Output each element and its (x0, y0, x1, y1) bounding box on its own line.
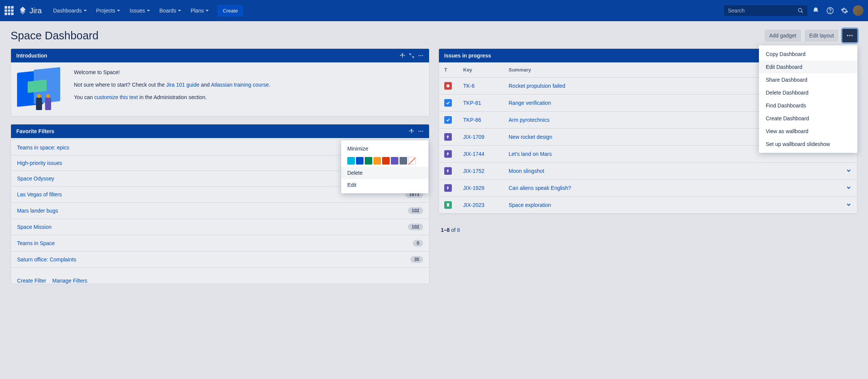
svg-point-11 (422, 131, 423, 132)
more-horizontal-icon (846, 32, 854, 39)
svg-point-3 (847, 35, 848, 36)
dash-menu-item[interactable]: Set up wallboard slideshow (759, 138, 857, 151)
svg-point-7 (420, 55, 422, 56)
create-button[interactable]: Create (217, 5, 243, 17)
svg-point-8 (422, 55, 423, 56)
edit-layout-button[interactable]: Edit layout (805, 30, 838, 42)
issue-key-link[interactable]: JIX-1929 (463, 185, 484, 191)
color-swatch[interactable] (356, 157, 364, 165)
settings-icon[interactable] (838, 5, 851, 17)
menu-delete[interactable]: Delete (341, 167, 428, 179)
nav-dashboards[interactable]: Dashboards (49, 5, 91, 17)
color-swatch[interactable] (382, 157, 390, 165)
gadget-context-menu: Minimize Delete Edit (341, 140, 428, 193)
filter-link[interactable]: Teams in Space (17, 240, 55, 246)
issue-key-link[interactable]: JIX-1709 (463, 134, 484, 140)
issue-summary-link[interactable]: Range verification (509, 100, 551, 106)
issue-key-link[interactable]: TK-6 (463, 83, 475, 89)
dash-menu-item[interactable]: View as wallboard (759, 125, 857, 138)
issue-key-link[interactable]: TKP-81 (463, 100, 481, 106)
dash-menu-item[interactable]: Create Dashboard (759, 112, 857, 125)
filter-link[interactable]: Las Vegas of filters (17, 191, 62, 197)
create-filter-link[interactable]: Create Filter (17, 278, 46, 284)
user-avatar[interactable] (853, 5, 863, 16)
chevron-down-icon (83, 9, 87, 12)
issue-type-bug-icon (444, 82, 452, 90)
status-chevron-icon[interactable] (846, 169, 852, 175)
issue-summary-link[interactable]: Let's land on Mars (509, 151, 552, 157)
color-swatch[interactable] (347, 157, 355, 165)
gadget-header: Favorite Filters Minimize Delete Edit (11, 124, 429, 138)
issue-summary-link[interactable]: Can aliens speak English? (509, 185, 571, 191)
status-chevron-icon[interactable] (846, 186, 852, 192)
manage-filters-link[interactable]: Manage Filters (52, 278, 87, 284)
add-gadget-button[interactable]: Add gadget (765, 30, 801, 42)
issue-summary-link[interactable]: Arm pyrotechnics (509, 117, 550, 123)
issue-summary-link[interactable]: Space exploration (509, 202, 551, 208)
color-swatch[interactable] (373, 157, 381, 165)
filter-link[interactable]: Teams in space: epics (17, 144, 69, 151)
filter-row: Teams in Space0 (11, 235, 429, 252)
brand-text: Jira (30, 6, 42, 15)
page-title: Space Dashboard (11, 30, 98, 42)
move-icon[interactable] (400, 53, 406, 59)
issue-key-link[interactable]: JIX-1752 (463, 168, 484, 174)
customize-link[interactable]: customize this text (94, 94, 138, 100)
filter-count-badge: 102 (408, 224, 423, 230)
nav-projects[interactable]: Projects (92, 5, 125, 17)
svg-point-2 (830, 12, 831, 13)
jira-101-link[interactable]: Jira 101 guide (166, 82, 200, 88)
issue-row: JIX-1752Moon slingshot (439, 163, 857, 180)
dash-menu-item[interactable]: Edit Dashboard (759, 61, 857, 73)
color-swatch[interactable] (391, 157, 398, 165)
issue-key-link[interactable]: JIX-1744 (463, 151, 484, 157)
search-input[interactable] (728, 8, 798, 14)
color-swatch[interactable] (365, 157, 372, 165)
color-swatch-none[interactable] (408, 157, 416, 165)
svg-point-5 (851, 35, 852, 36)
issue-key-link[interactable]: TKP-86 (463, 117, 481, 123)
issue-key-link[interactable]: JIX-2023 (463, 202, 484, 208)
expand-icon[interactable] (409, 53, 415, 59)
help-icon[interactable] (824, 5, 836, 17)
nav-plans[interactable]: Plans (187, 5, 213, 17)
gadget-title: Favorite Filters (16, 128, 54, 134)
filter-count-badge: 35 (411, 256, 423, 263)
filter-link[interactable]: High-priority issues (17, 160, 62, 166)
filter-link[interactable]: Space Odyssey (17, 176, 54, 182)
nav-boards[interactable]: Boards (156, 5, 185, 17)
menu-edit[interactable]: Edit (341, 179, 428, 191)
nav-items: Dashboards Projects Issues Boards Plans (49, 5, 213, 17)
dash-menu-item[interactable]: Delete Dashboard (759, 86, 857, 99)
more-actions-button[interactable] (842, 29, 857, 42)
notifications-icon[interactable] (810, 5, 822, 17)
search-box[interactable] (724, 5, 807, 16)
status-chevron-icon[interactable] (846, 203, 852, 209)
dash-menu-item[interactable]: Copy Dashboard (759, 48, 857, 61)
svg-point-4 (849, 35, 850, 36)
menu-minimize[interactable]: Minimize (341, 143, 428, 155)
filter-link[interactable]: Space Mission (17, 224, 52, 230)
svg-point-10 (420, 131, 422, 132)
training-link[interactable]: Atlassian training course (211, 82, 269, 88)
filter-row: Saturn office: Complaints35 (11, 252, 429, 268)
issue-summary-link[interactable]: Moon slingshot (509, 168, 544, 174)
app-switcher-icon[interactable] (5, 6, 14, 15)
jira-logo[interactable]: Jira (18, 6, 42, 15)
nav-issues[interactable]: Issues (126, 5, 154, 17)
gadget-more-icon[interactable] (418, 53, 424, 59)
filter-link[interactable]: Saturn office: Complaints (17, 256, 76, 263)
issue-summary-link[interactable]: Rocket propulsion failed (509, 83, 565, 89)
color-swatch[interactable] (400, 157, 407, 165)
intro-gadget: Introduction Welcome to Space! Not sure … (11, 48, 429, 116)
move-icon[interactable] (409, 128, 415, 134)
gadget-more-icon[interactable] (418, 128, 424, 134)
pager-total-link[interactable]: 8 (457, 227, 460, 233)
dash-menu-item[interactable]: Find Dashboards (759, 99, 857, 112)
svg-point-0 (798, 8, 802, 12)
issue-summary-link[interactable]: New rocket design (509, 134, 552, 140)
dash-menu-item[interactable]: Share Dashboard (759, 73, 857, 86)
filter-link[interactable]: Mars lander bugs (17, 208, 58, 214)
favorite-filters-gadget: Favorite Filters Minimize Delete Edit Te… (11, 124, 429, 284)
issue-type-story-icon (444, 201, 452, 209)
